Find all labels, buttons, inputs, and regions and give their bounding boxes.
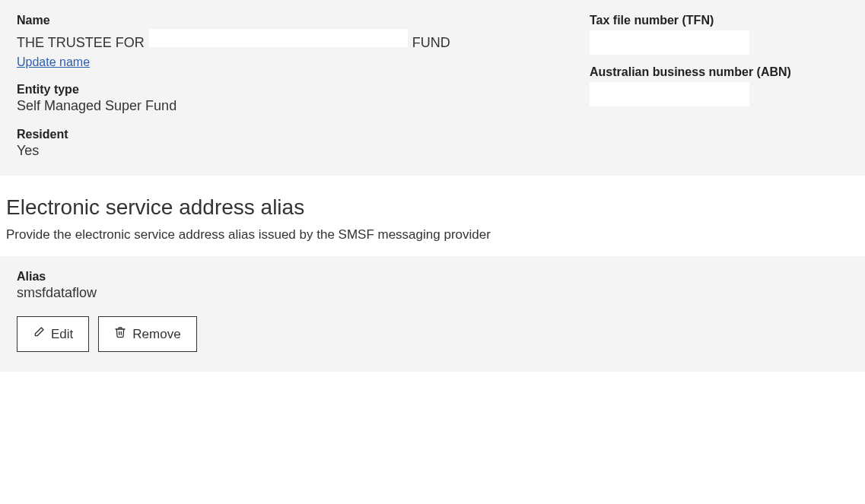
edit-button[interactable]: Edit: [17, 316, 89, 352]
alias-value: smsfdataflow: [17, 285, 848, 301]
edit-button-label: Edit: [51, 327, 73, 342]
name-value: THE TRUSTEE FOR FUND: [17, 29, 590, 51]
remove-button[interactable]: Remove: [98, 316, 196, 352]
pencil-icon: [33, 326, 45, 342]
entity-type-label: Entity type: [17, 83, 590, 97]
alias-label: Alias: [17, 270, 848, 284]
update-name-link[interactable]: Update name: [17, 55, 90, 69]
trash-icon: [114, 326, 126, 342]
name-label: Name: [17, 14, 590, 27]
resident-label: Resident: [17, 128, 590, 141]
resident-value: Yes: [17, 143, 590, 159]
entity-details-panel: Name THE TRUSTEE FOR FUND Update name En…: [0, 0, 865, 176]
name-prefix: THE TRUSTEE FOR: [17, 35, 145, 51]
esa-description: Provide the electronic service address a…: [6, 227, 865, 242]
tfn-label: Tax file number (TFN): [590, 14, 848, 27]
esa-heading: Electronic service address alias: [6, 195, 865, 220]
alias-panel: Alias smsfdataflow Edit Remove: [0, 256, 865, 372]
remove-button-label: Remove: [132, 327, 180, 342]
tfn-value-redacted: [590, 30, 749, 55]
abn-label: Australian business number (ABN): [590, 65, 848, 79]
name-suffix: FUND: [412, 35, 450, 51]
entity-type-value: Self Managed Super Fund: [17, 98, 590, 114]
abn-value-redacted: [590, 82, 749, 106]
name-redacted: [149, 29, 408, 47]
